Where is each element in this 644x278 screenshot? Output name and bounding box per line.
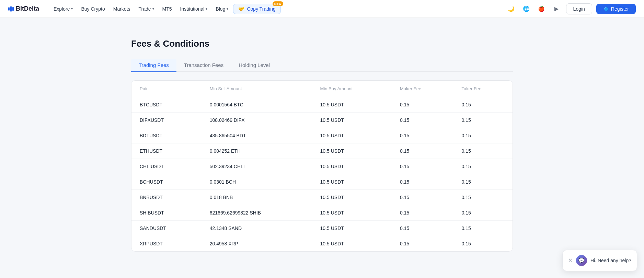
cell-pair: SANDUSDT <box>131 221 202 236</box>
chat-avatar: 💬 <box>576 255 587 265</box>
cell-maker-fee: 0.15 <box>392 97 453 113</box>
copy-trading-button[interactable]: 🤝 Copy Trading NEW <box>233 4 280 14</box>
fees-table: Pair Min Sell Amount Min Buy Amount Make… <box>131 81 513 251</box>
fees-table-container: Pair Min Sell Amount Min Buy Amount Make… <box>131 80 513 252</box>
nav-buy-crypto[interactable]: Buy Crypto <box>78 4 108 14</box>
cell-maker-fee: 0.15 <box>392 159 453 174</box>
table-row: BTCUSDT 0.0001564 BTC 10.5 USDT 0.15 0.1… <box>131 97 513 113</box>
table-row: ETHUSDT 0.004252 ETH 10.5 USDT 0.15 0.15 <box>131 143 513 159</box>
cell-taker-fee: 0.15 <box>453 128 513 143</box>
cell-taker-fee: 0.15 <box>453 143 513 159</box>
cell-maker-fee: 0.15 <box>392 190 453 205</box>
cell-min-sell: 621669.62699822 SHIB <box>202 205 312 221</box>
cell-taker-fee: 0.15 <box>453 221 513 236</box>
nav-mt5[interactable]: MT5 <box>159 4 175 14</box>
cell-min-buy: 10.5 USDT <box>312 97 392 113</box>
cell-maker-fee: 0.15 <box>392 221 453 236</box>
cell-maker-fee: 0.15 <box>392 205 453 221</box>
col-taker-fee: Taker Fee <box>453 81 513 97</box>
col-maker-fee: Maker Fee <box>392 81 453 97</box>
language-selector[interactable]: 🌐 <box>521 3 532 14</box>
tab-trading-fees[interactable]: Trading Fees <box>131 59 176 72</box>
table-row: CHLIUSDT 502.39234 CHLI 10.5 USDT 0.15 0… <box>131 159 513 174</box>
cell-maker-fee: 0.15 <box>392 128 453 143</box>
cell-maker-fee: 0.15 <box>392 143 453 159</box>
tab-holding-level[interactable]: Holding Level <box>231 59 277 72</box>
cell-min-sell: 0.004252 ETH <box>202 143 312 159</box>
brand-name: BitDelta <box>16 5 39 12</box>
apple-icon[interactable]: 🍎 <box>536 3 547 14</box>
new-badge: NEW <box>273 1 283 6</box>
cell-pair: BDTUSDT <box>131 128 202 143</box>
cell-pair: BCHUSDT <box>131 174 202 190</box>
cell-taker-fee: 0.15 <box>453 174 513 190</box>
cell-pair: BTCUSDT <box>131 97 202 113</box>
col-min-buy: Min Buy Amount <box>312 81 392 97</box>
chevron-down-icon: ▾ <box>71 7 73 11</box>
register-icon: 🔷 <box>603 6 609 12</box>
table-row: SHIBUSDT 621669.62699822 SHIB 10.5 USDT … <box>131 205 513 221</box>
nav-right: 🌙 🌐 🍎 ▶ Login 🔷 Register <box>506 3 636 14</box>
cell-min-buy: 10.5 USDT <box>312 190 392 205</box>
tabs-container: Trading Fees Transaction Fees Holding Le… <box>131 59 513 72</box>
chevron-down-icon: ▾ <box>206 7 207 11</box>
nav-explore[interactable]: Explore ▾ <box>50 4 76 14</box>
cell-min-sell: 108.02469 DIFX <box>202 113 312 128</box>
cell-pair: BNBUSDT <box>131 190 202 205</box>
cell-taker-fee: 0.15 <box>453 190 513 205</box>
chat-widget: ✕ 💬 Hi. Need any help? <box>562 250 637 265</box>
cell-pair: XRPUSDT <box>131 236 202 252</box>
login-button[interactable]: Login <box>566 3 592 14</box>
cell-min-sell: 20.4958 XRP <box>202 236 312 252</box>
cell-min-buy: 10.5 USDT <box>312 221 392 236</box>
table-row: BCHUSDT 0.0301 BCH 10.5 USDT 0.15 0.15 <box>131 174 513 190</box>
register-button[interactable]: 🔷 Register <box>596 4 636 14</box>
cell-pair: ETHUSDT <box>131 143 202 159</box>
cell-taker-fee: 0.15 <box>453 97 513 113</box>
cell-maker-fee: 0.15 <box>392 174 453 190</box>
cell-min-buy: 10.5 USDT <box>312 128 392 143</box>
col-min-sell: Min Sell Amount <box>202 81 312 97</box>
cell-min-sell: 0.018 BNB <box>202 190 312 205</box>
copy-trading-icon: 🤝 <box>238 6 244 12</box>
table-row: XRPUSDT 20.4958 XRP 10.5 USDT 0.15 0.15 <box>131 236 513 252</box>
logo-icon <box>8 6 14 12</box>
table-row: BDTUSDT 435.865504 BDT 10.5 USDT 0.15 0.… <box>131 128 513 143</box>
page-title: Fees & Conditions <box>131 38 513 49</box>
table-row: DIFXUSDT 108.02469 DIFX 10.5 USDT 0.15 0… <box>131 113 513 128</box>
cell-min-sell: 0.0301 BCH <box>202 174 312 190</box>
dark-mode-toggle[interactable]: 🌙 <box>506 3 517 14</box>
cell-min-buy: 10.5 USDT <box>312 205 392 221</box>
cell-pair: CHLIUSDT <box>131 159 202 174</box>
cell-min-sell: 0.0001564 BTC <box>202 97 312 113</box>
nav-blog[interactable]: Blog ▾ <box>212 4 232 14</box>
navbar: BitDelta Explore ▾ Buy Crypto Markets Tr… <box>0 0 644 18</box>
cell-min-sell: 435.865504 BDT <box>202 128 312 143</box>
cell-pair: DIFXUSDT <box>131 113 202 128</box>
cell-taker-fee: 0.15 <box>453 113 513 128</box>
cell-min-sell: 42.1348 SAND <box>202 221 312 236</box>
logo[interactable]: BitDelta <box>8 5 39 12</box>
cell-min-buy: 10.5 USDT <box>312 113 392 128</box>
cell-pair: SHIBUSDT <box>131 205 202 221</box>
chat-close-button[interactable]: ✕ <box>568 258 573 263</box>
table-row: BNBUSDT 0.018 BNB 10.5 USDT 0.15 0.15 <box>131 190 513 205</box>
cell-taker-fee: 0.15 <box>453 159 513 174</box>
main-content: Fees & Conditions Trading Fees Transacti… <box>123 38 521 252</box>
chevron-down-icon: ▾ <box>227 7 228 11</box>
nav-items: Explore ▾ Buy Crypto Markets Trade ▾ MT5… <box>50 4 497 14</box>
nav-markets[interactable]: Markets <box>110 4 134 14</box>
chat-message: Hi. Need any help? <box>590 258 631 263</box>
nav-trade[interactable]: Trade ▾ <box>135 4 158 14</box>
table-row: SANDUSDT 42.1348 SAND 10.5 USDT 0.15 0.1… <box>131 221 513 236</box>
cell-min-buy: 10.5 USDT <box>312 143 392 159</box>
cell-maker-fee: 0.15 <box>392 113 453 128</box>
tab-transaction-fees[interactable]: Transaction Fees <box>176 59 231 72</box>
cell-min-sell: 502.39234 CHLI <box>202 159 312 174</box>
nav-institutional[interactable]: Institutional ▾ <box>177 4 211 14</box>
cell-maker-fee: 0.15 <box>392 236 453 252</box>
chevron-down-icon: ▾ <box>152 7 154 11</box>
col-pair: Pair <box>131 81 202 97</box>
play-icon[interactable]: ▶ <box>551 3 562 14</box>
cell-taker-fee: 0.15 <box>453 236 513 252</box>
